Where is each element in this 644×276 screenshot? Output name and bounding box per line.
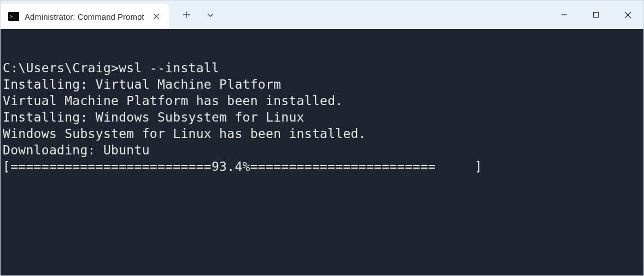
- tab-command-prompt[interactable]: >_ Administrator: Command Prompt: [1, 4, 169, 29]
- titlebar: >_ Administrator: Command Prompt: [1, 1, 643, 29]
- minimize-button[interactable]: [548, 1, 580, 29]
- close-icon: [153, 13, 160, 20]
- terminal-output: C:\Users\Craig>wsl --install Installing:…: [3, 61, 482, 174]
- cmd-icon: >_: [8, 12, 19, 21]
- maximize-button[interactable]: [580, 1, 612, 29]
- window-controls: [548, 1, 643, 29]
- close-icon: [624, 12, 631, 19]
- tab-title: Administrator: Command Prompt: [25, 12, 144, 21]
- close-window-button[interactable]: [612, 1, 643, 29]
- chevron-down-icon: [207, 11, 214, 19]
- titlebar-drag-region[interactable]: [221, 1, 548, 29]
- svg-text:>_: >_: [10, 14, 16, 19]
- terminal-viewport[interactable]: C:\Users\Craig>wsl --install Installing:…: [1, 29, 643, 276]
- maximize-icon: [593, 12, 599, 18]
- tabstrip-controls: [169, 1, 221, 29]
- tab-close-button[interactable]: [149, 9, 163, 24]
- svg-rect-2: [594, 13, 599, 18]
- new-tab-button[interactable]: [175, 4, 197, 26]
- minimize-icon: [561, 12, 567, 18]
- tab-dropdown-button[interactable]: [200, 4, 221, 26]
- plus-icon: [183, 11, 190, 19]
